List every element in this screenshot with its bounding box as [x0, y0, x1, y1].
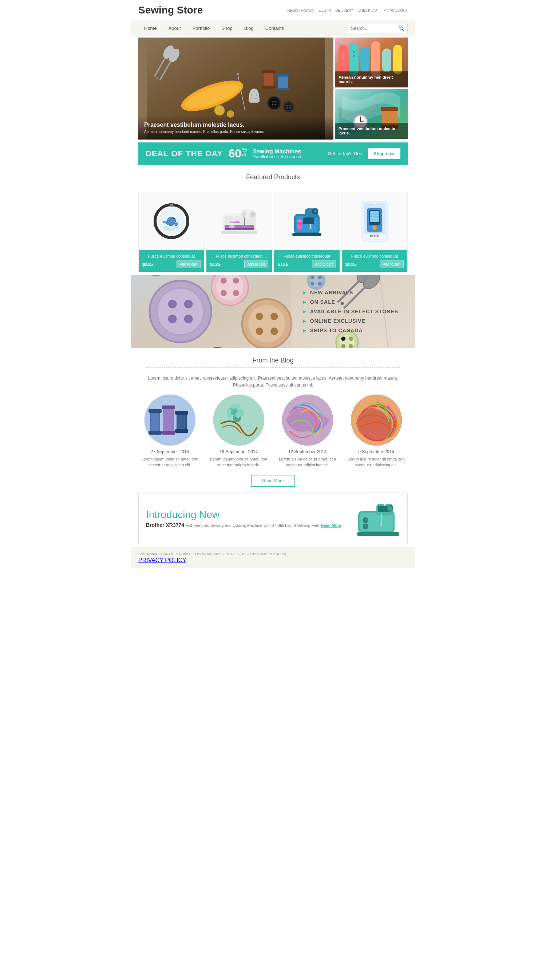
product-price-2: $125 — [210, 262, 221, 267]
add-to-cart-4[interactable]: Add to cart — [379, 261, 404, 268]
svg-rect-146 — [151, 413, 159, 431]
svg-point-46 — [353, 51, 355, 53]
add-to-cart-2[interactable]: Add to cart — [244, 261, 268, 268]
search-input[interactable] — [351, 26, 398, 31]
deal-cta-text: Get Today's Deal — [328, 151, 363, 156]
svg-point-34 — [236, 73, 239, 75]
banner-text-1: NEW ARRIVALS — [310, 290, 354, 296]
product-gadget-svg: BRAND — [360, 199, 389, 243]
nav-portfolio[interactable]: Portfolio — [187, 21, 216, 36]
svg-point-29 — [251, 94, 252, 96]
nav-shop[interactable]: Shop — [216, 21, 238, 36]
blog-section: From the Blog Lorem ipsum dolor sit amet… — [131, 357, 415, 487]
arrow-icon-5: ► — [302, 328, 307, 333]
svg-point-115 — [233, 290, 239, 296]
product-footer-1: Fusce euismod consequat $125 Add to cart — [139, 250, 204, 272]
blog-text-4: Lorem ipsum dolor sit amet, con sectetue… — [345, 457, 408, 468]
svg-rect-80 — [310, 228, 311, 229]
shop-now-button[interactable]: Shop now — [368, 148, 400, 159]
banner-item-3[interactable]: ► AVAILABLE IN SELECT STORES — [302, 309, 404, 314]
sewing-machine-svg-2 — [289, 205, 325, 237]
svg-text:SINGER: SINGER — [230, 221, 240, 224]
deal-banner: DEAL OF THE DAY 60 % off Sewing Machines… — [138, 142, 408, 165]
nav-about[interactable]: About — [163, 21, 187, 36]
privacy-policy-link[interactable]: PRIVACY POLICY — [138, 557, 186, 563]
blog-title: From the Blog — [138, 357, 408, 364]
add-to-cart-3[interactable]: Add to cart — [312, 261, 336, 268]
svg-rect-68 — [243, 226, 246, 227]
banner-text-3: AVAILABLE IN SELECT STORES — [310, 309, 398, 314]
add-to-cart-1[interactable]: Add to cart — [176, 261, 200, 268]
hero-main: Praesent vestibulum molestie lacus. Aene… — [138, 38, 333, 140]
search-box[interactable]: 🔍 — [348, 24, 408, 33]
svg-point-105 — [248, 305, 286, 342]
svg-point-66 — [242, 212, 246, 217]
deal-product-name: Sewing Machines — [252, 148, 301, 155]
product-footer-4: Fusce euismod consequat $125 Add to cart — [342, 250, 407, 272]
svg-point-70 — [251, 213, 254, 216]
hero-main-overlay: Praesent vestibulum molestie lacus. Aene… — [138, 116, 333, 140]
banner-item-2[interactable]: ► ON SALE — [302, 299, 404, 305]
banner-item-4[interactable]: ► ONLINE EXCLUSIVE — [302, 318, 404, 324]
blog-image-4 — [351, 395, 402, 445]
intro-heading: Introducing New — [146, 509, 341, 520]
blog-post-2: 19 September 2014 Lorem ipsum dolor sit … — [207, 395, 270, 468]
svg-rect-81 — [303, 218, 314, 224]
svg-rect-13 — [276, 74, 289, 76]
login-link[interactable]: LOG IN — [319, 8, 331, 13]
product-footer-2: Fusce euismod consequat $125 Add to cart — [206, 250, 272, 272]
svg-rect-11 — [264, 73, 273, 86]
featured-title: Featured Products — [131, 173, 415, 181]
sewing-machine-svg-1: SINGER — [219, 207, 259, 236]
svg-point-20 — [275, 104, 277, 106]
svg-rect-84 — [292, 233, 321, 236]
blog-date-1: 27 September 2014 — [138, 449, 201, 454]
deal-off-text: off — [242, 153, 246, 157]
read-more-intro-link[interactable]: Read More — [321, 523, 341, 528]
nav-blog[interactable]: Blog — [238, 21, 260, 36]
product-price-row-1: $125 Add to cart — [142, 261, 200, 268]
delivery-link[interactable]: DELIVERY — [335, 8, 353, 13]
footer-text: Sewing Store IS PROUDLY POWERED BY WORDP… — [138, 552, 408, 557]
site-logo[interactable]: Sewing Store — [138, 4, 203, 16]
svg-point-26 — [289, 107, 291, 108]
product-image-4: BRAND — [342, 192, 407, 250]
hero-side-top-overlay: Aenean nonummy hen drerit mauris. — [335, 72, 408, 88]
svg-point-32 — [255, 98, 257, 99]
product-footer-3: Fusce euismod consequat $125 Add to cart — [274, 250, 340, 272]
svg-point-25 — [286, 107, 288, 108]
svg-point-16 — [270, 99, 278, 107]
product-image-3 — [274, 192, 340, 250]
svg-point-90 — [372, 226, 377, 230]
product-price-row-4: $125 Add to cart — [346, 261, 404, 268]
checkout-link[interactable]: CHECK OUT — [358, 8, 379, 13]
svg-point-159 — [231, 404, 236, 409]
banner-text-2: ON SALE — [310, 299, 335, 305]
svg-point-114 — [221, 290, 227, 296]
svg-point-59 — [173, 218, 175, 219]
myaccount-link[interactable]: MY ACCOUNT — [384, 8, 408, 13]
product-price-3: $125 — [278, 262, 288, 267]
svg-point-161 — [235, 404, 240, 409]
svg-point-163 — [226, 413, 232, 418]
product-price-row-2: $125 Add to cart — [210, 261, 268, 268]
read-more-button[interactable]: Read More — [251, 475, 295, 487]
svg-rect-152 — [175, 411, 188, 415]
banner-item-5[interactable]: ► SHIPS TO CANADA — [302, 328, 404, 333]
hero-section: Praesent vestibulum molestie lacus. Aene… — [131, 38, 415, 140]
nav-contacts[interactable]: Contacts — [260, 21, 290, 36]
registration-link[interactable]: REGISTRATION — [287, 8, 314, 13]
svg-rect-71 — [221, 231, 257, 234]
svg-rect-14 — [276, 88, 289, 90]
embroidery-hoop-svg — [153, 203, 190, 239]
product-card-2: SINGER Fusce euismod consequat $125 Add … — [206, 192, 272, 272]
product-price-4: $125 — [346, 262, 356, 267]
deal-percent-sign: % — [242, 147, 246, 153]
product-name-1: Fusce euismod consequat — [142, 254, 200, 258]
deal-label: DEAL OF THE DAY — [146, 149, 223, 159]
svg-point-30 — [256, 94, 257, 96]
nav-home[interactable]: Home — [138, 21, 163, 36]
banner-item-1[interactable]: ► NEW ARRIVALS — [302, 290, 404, 296]
svg-rect-38 — [338, 45, 348, 74]
blog-post-3: 12 September 2014 Lorem ipsum dolor sit … — [276, 395, 339, 468]
